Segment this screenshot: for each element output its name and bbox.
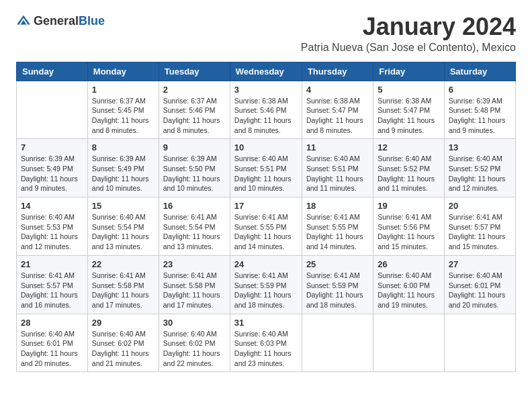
calendar-cell: 3Sunrise: 6:38 AMSunset: 5:46 PMDaylight… [230,81,302,139]
day-header-monday: Monday [87,62,159,81]
day-info: Sunrise: 6:41 AMSunset: 5:59 PMDaylight:… [234,271,298,310]
day-info: Sunrise: 6:40 AMSunset: 6:00 PMDaylight:… [378,271,439,310]
day-number: 2 [163,85,226,95]
day-number: 12 [378,142,439,152]
calendar-cell: 30Sunrise: 6:40 AMSunset: 6:02 PMDayligh… [159,314,230,372]
calendar-cell: 7Sunrise: 6:39 AMSunset: 5:49 PMDaylight… [17,139,88,197]
day-info: Sunrise: 6:40 AMSunset: 5:52 PMDaylight:… [378,154,439,193]
calendar-cell: 18Sunrise: 6:41 AMSunset: 5:55 PMDayligh… [302,197,373,256]
calendar-cell: 22Sunrise: 6:41 AMSunset: 5:58 PMDayligh… [87,255,159,314]
day-header-sunday: Sunday [17,62,88,81]
day-info: Sunrise: 6:41 AMSunset: 5:54 PMDaylight:… [163,212,226,252]
day-number: 18 [306,201,369,211]
day-header-wednesday: Wednesday [230,62,302,81]
day-info: Sunrise: 6:40 AMSunset: 6:01 PMDaylight:… [449,271,511,310]
day-number: 4 [306,85,369,95]
calendar-week-row: 1Sunrise: 6:37 AMSunset: 5:45 PMDaylight… [17,81,516,139]
calendar-cell: 10Sunrise: 6:40 AMSunset: 5:51 PMDayligh… [230,139,302,197]
calendar-cell: 12Sunrise: 6:40 AMSunset: 5:52 PMDayligh… [373,139,444,197]
calendar-cell [444,314,515,372]
logo-text-blue: Blue [79,14,105,28]
calendar-table: SundayMondayTuesdayWednesdayThursdayFrid… [16,62,516,373]
day-info: Sunrise: 6:40 AMSunset: 6:03 PMDaylight:… [234,329,298,369]
day-number: 3 [234,85,298,95]
calendar-cell: 16Sunrise: 6:41 AMSunset: 5:54 PMDayligh… [159,197,230,256]
calendar-cell: 21Sunrise: 6:41 AMSunset: 5:57 PMDayligh… [17,255,88,314]
calendar-cell [373,314,444,372]
day-info: Sunrise: 6:40 AMSunset: 6:02 PMDaylight:… [163,329,226,369]
day-number: 11 [306,142,369,152]
day-number: 17 [234,201,298,211]
day-number: 5 [378,85,439,95]
day-info: Sunrise: 6:38 AMSunset: 5:47 PMDaylight:… [378,96,439,136]
day-info: Sunrise: 6:38 AMSunset: 5:47 PMDaylight:… [306,96,369,136]
calendar-cell: 17Sunrise: 6:41 AMSunset: 5:55 PMDayligh… [230,197,302,256]
day-number: 27 [449,259,511,269]
day-info: Sunrise: 6:41 AMSunset: 5:58 PMDaylight:… [163,271,226,310]
day-header-saturday: Saturday [444,62,515,81]
day-number: 19 [378,201,439,211]
calendar-cell: 23Sunrise: 6:41 AMSunset: 5:58 PMDayligh… [159,255,230,314]
day-number: 20 [449,201,511,211]
day-number: 23 [163,259,226,269]
day-header-tuesday: Tuesday [159,62,230,81]
calendar-cell: 6Sunrise: 6:39 AMSunset: 5:48 PMDaylight… [444,81,515,139]
calendar-week-row: 7Sunrise: 6:39 AMSunset: 5:49 PMDaylight… [17,139,516,197]
day-info: Sunrise: 6:37 AMSunset: 5:45 PMDaylight:… [92,96,154,136]
month-title: January 2024 [301,13,516,40]
calendar-cell [17,81,88,139]
day-number: 29 [92,318,154,328]
calendar-cell: 29Sunrise: 6:40 AMSunset: 6:02 PMDayligh… [87,314,159,372]
logo-text-general: General [34,14,79,28]
day-number: 15 [92,201,154,211]
calendar-header-row: SundayMondayTuesdayWednesdayThursdayFrid… [17,62,516,81]
day-number: 6 [449,85,511,95]
calendar-cell: 24Sunrise: 6:41 AMSunset: 5:59 PMDayligh… [230,255,302,314]
day-number: 28 [21,318,83,328]
calendar-cell: 2Sunrise: 6:37 AMSunset: 5:46 PMDaylight… [159,81,230,139]
day-number: 13 [449,142,511,152]
calendar-cell: 14Sunrise: 6:40 AMSunset: 5:53 PMDayligh… [17,197,88,256]
day-info: Sunrise: 6:40 AMSunset: 6:01 PMDaylight:… [21,329,83,369]
day-info: Sunrise: 6:40 AMSunset: 5:54 PMDaylight:… [92,212,154,252]
calendar-cell: 8Sunrise: 6:39 AMSunset: 5:49 PMDaylight… [87,139,159,197]
day-info: Sunrise: 6:41 AMSunset: 5:55 PMDaylight:… [234,212,298,252]
day-header-thursday: Thursday [302,62,373,81]
day-info: Sunrise: 6:39 AMSunset: 5:49 PMDaylight:… [21,154,83,193]
day-info: Sunrise: 6:41 AMSunset: 5:59 PMDaylight:… [306,271,369,310]
day-number: 30 [163,318,226,328]
calendar-cell: 9Sunrise: 6:39 AMSunset: 5:50 PMDaylight… [159,139,230,197]
day-info: Sunrise: 6:38 AMSunset: 5:46 PMDaylight:… [234,96,298,136]
calendar-cell: 25Sunrise: 6:41 AMSunset: 5:59 PMDayligh… [302,255,373,314]
day-info: Sunrise: 6:40 AMSunset: 5:51 PMDaylight:… [306,154,369,193]
day-info: Sunrise: 6:40 AMSunset: 6:02 PMDaylight:… [92,329,154,369]
day-number: 1 [92,85,154,95]
calendar-cell: 4Sunrise: 6:38 AMSunset: 5:47 PMDaylight… [302,81,373,139]
day-info: Sunrise: 6:39 AMSunset: 5:48 PMDaylight:… [449,96,511,136]
day-number: 9 [163,142,226,152]
day-number: 24 [234,259,298,269]
header-area: GeneralBlue January 2024 Patria Nueva (S… [16,13,516,54]
day-info: Sunrise: 6:41 AMSunset: 5:55 PMDaylight:… [306,212,369,252]
day-info: Sunrise: 6:40 AMSunset: 5:53 PMDaylight:… [21,212,83,252]
day-number: 25 [306,259,369,269]
calendar-cell: 1Sunrise: 6:37 AMSunset: 5:45 PMDaylight… [87,81,159,139]
calendar-week-row: 21Sunrise: 6:41 AMSunset: 5:57 PMDayligh… [17,255,516,314]
calendar-cell: 5Sunrise: 6:38 AMSunset: 5:47 PMDaylight… [373,81,444,139]
day-info: Sunrise: 6:37 AMSunset: 5:46 PMDaylight:… [163,96,226,136]
day-number: 14 [21,201,83,211]
day-info: Sunrise: 6:41 AMSunset: 5:58 PMDaylight:… [92,271,154,310]
day-number: 8 [92,142,154,152]
day-info: Sunrise: 6:39 AMSunset: 5:50 PMDaylight:… [163,154,226,193]
day-number: 21 [21,259,83,269]
calendar-cell: 19Sunrise: 6:41 AMSunset: 5:56 PMDayligh… [373,197,444,256]
calendar-cell: 31Sunrise: 6:40 AMSunset: 6:03 PMDayligh… [230,314,302,372]
day-number: 26 [378,259,439,269]
calendar-cell: 26Sunrise: 6:40 AMSunset: 6:00 PMDayligh… [373,255,444,314]
calendar-cell: 11Sunrise: 6:40 AMSunset: 5:51 PMDayligh… [302,139,373,197]
calendar-cell: 13Sunrise: 6:40 AMSunset: 5:52 PMDayligh… [444,139,515,197]
day-info: Sunrise: 6:41 AMSunset: 5:57 PMDaylight:… [449,212,511,252]
logo: GeneralBlue [16,13,105,28]
day-number: 22 [92,259,154,269]
calendar-week-row: 28Sunrise: 6:40 AMSunset: 6:01 PMDayligh… [17,314,516,372]
